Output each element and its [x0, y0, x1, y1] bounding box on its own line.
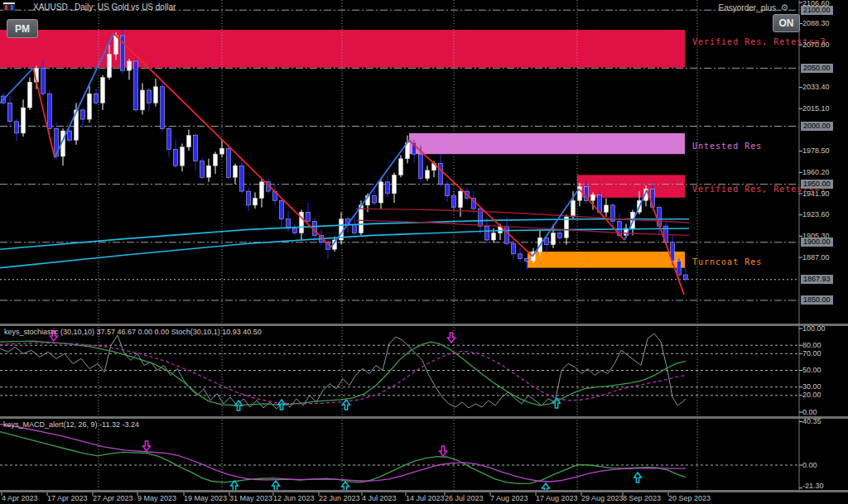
date-axis-label[interactable]: 12 Jun 2023 [273, 494, 315, 502]
price-axis-label: 1941.90 [802, 190, 830, 199]
price-axis-label: 2100.00 [801, 6, 833, 15]
date-axis-label[interactable]: 7 Aug 2023 [490, 494, 528, 502]
price-axis-label: 1960.20 [802, 168, 830, 177]
date-axis-label[interactable]: 8 Sep 2023 [623, 494, 661, 502]
date-axis-label[interactable]: 26 Jul 2023 [445, 494, 484, 502]
on-button[interactable]: ON [773, 14, 800, 32]
pm-button[interactable]: PM [7, 19, 38, 38]
stoch-axis-label: 20.00 [802, 391, 822, 400]
price-axis-label: 2088.30 [802, 19, 830, 28]
resistance-zone-label[interactable]: Untested Res [692, 142, 762, 151]
price-axis-label: 2050.00 [801, 64, 833, 73]
stoch-axis-label: 100.00 [802, 324, 826, 334]
ea-row: Easyorder_plus ⚙ [719, 2, 790, 13]
price-axis-label: 2015.10 [802, 104, 830, 113]
panel-separator[interactable] [0, 324, 848, 326]
panel-separator[interactable] [0, 416, 848, 419]
date-axis-label[interactable]: 20 Sep 2023 [668, 494, 711, 502]
date-axis-label[interactable]: 27 Apr 2023 [93, 494, 133, 502]
resistance-zone-rect[interactable] [528, 252, 685, 268]
resistance-zone-rect[interactable] [409, 133, 685, 154]
price-axis-label: 1950.00 [801, 180, 833, 189]
trading-chart-window: XAUUSD., Daily: US Gold vs US dollar PM … [0, 0, 848, 504]
resistance-zone-label[interactable]: Turncoat Res [692, 257, 762, 266]
macd-axis-label: 40.35 [802, 417, 822, 426]
date-axis-label[interactable]: 29 Aug 2023 [581, 494, 624, 502]
macd-axis-label: 0.00 [802, 461, 817, 470]
ea-name-label: Easyorder_plus [719, 3, 776, 12]
date-axis-label[interactable]: 17 Apr 2023 [47, 494, 88, 502]
date-axis-label[interactable]: 4 Jul 2023 [362, 494, 397, 502]
stoch-axis-label: 50.00 [802, 366, 822, 375]
stoch-axis-label: 0.00 [802, 408, 817, 417]
date-axis-label[interactable]: 31 May 2023 [229, 494, 272, 502]
date-axis-label[interactable]: 14 Jul 2023 [406, 494, 445, 502]
date-axis-label[interactable]: 17 Aug 2023 [536, 494, 578, 502]
price-axis-label: 1978.50 [802, 146, 830, 156]
date-axis-label[interactable]: 19 May 2023 [184, 494, 227, 502]
chart-title: XAUUSD., Daily: US Gold vs US dollar [33, 2, 176, 12]
date-axis-label[interactable]: 22 Jun 2023 [319, 494, 360, 502]
price-axis-label: 2033.40 [802, 83, 830, 92]
price-axis-label: 2000.00 [801, 122, 833, 131]
price-axis-label: 2070.00 [802, 41, 830, 50]
date-axis-label[interactable]: 4 Apr 2023 [2, 494, 38, 502]
macd-indicator-label: keys_MACD_alert(12, 26, 9) -11.32 -3.24 [3, 420, 139, 429]
price-axis-label: 1887.00 [802, 253, 830, 262]
price-axis-label: 1900.00 [801, 238, 833, 247]
stochastic-indicator-label: keys_stochiastic (30,10,10) 37.57 46.67 … [4, 328, 262, 336]
stoch-axis-label: 70.00 [802, 349, 822, 358]
ea-gear-icon[interactable]: ⚙ [779, 2, 790, 13]
panel-separator[interactable] [0, 490, 848, 492]
macd-axis-label: -21.30 [802, 482, 824, 491]
chart-title-row: XAUUSD., Daily: US Gold vs US dollar [3, 2, 176, 12]
price-axis-label: 1923.60 [802, 210, 830, 219]
date-axis-label[interactable]: 9 May 2023 [137, 494, 176, 502]
price-axis-label: 1850.00 [801, 295, 833, 305]
candlestick-chart-icon [18, 3, 30, 12]
price-axis-bid-label: 1867.93 [801, 275, 833, 284]
